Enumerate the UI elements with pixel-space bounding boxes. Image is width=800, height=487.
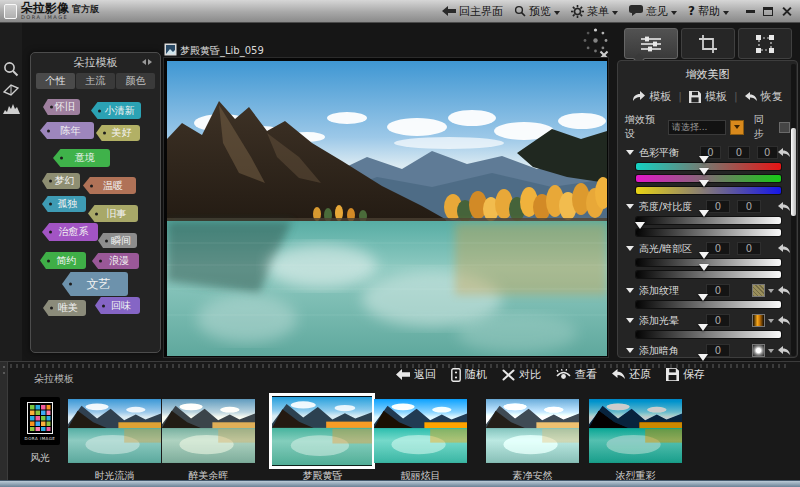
style-tag[interactable]: 简约 xyxy=(40,252,86,269)
photo xyxy=(167,61,607,356)
style-tag[interactable]: 孤独 xyxy=(42,196,86,212)
style-tag[interactable]: 回味 xyxy=(95,297,140,314)
tab-personality[interactable]: 个性 xyxy=(36,73,75,89)
window-bottom-edge xyxy=(0,480,800,487)
slider-shadows[interactable] xyxy=(636,271,781,278)
value-box[interactable]: 0 xyxy=(737,242,761,255)
chevron-down-icon[interactable] xyxy=(626,288,634,297)
style-tag[interactable]: 旧事 xyxy=(88,205,138,222)
slider-texture[interactable] xyxy=(636,301,781,308)
reset-icon[interactable] xyxy=(778,316,790,326)
effects-scrollbar[interactable] xyxy=(791,64,796,356)
tab-frame[interactable] xyxy=(738,28,792,59)
tab-adjust[interactable] xyxy=(624,28,678,59)
style-tag[interactable]: 文艺 xyxy=(62,272,128,296)
chevron-down-icon[interactable] xyxy=(626,150,634,159)
thumbnail[interactable] xyxy=(589,399,682,463)
image-icon xyxy=(164,43,177,56)
style-tag[interactable]: 小清新 xyxy=(91,102,141,119)
scrollbar-thumb[interactable] xyxy=(791,128,796,216)
chevron-down-icon[interactable] xyxy=(626,348,634,357)
thumbnail[interactable] xyxy=(162,399,255,463)
style-tag[interactable]: 意境 xyxy=(53,149,110,167)
chevron-down-icon xyxy=(612,11,618,18)
compare-button[interactable]: 对比 xyxy=(502,367,541,382)
thumbnail[interactable] xyxy=(374,399,467,463)
style-tag[interactable]: 唯美 xyxy=(43,300,86,316)
reset-icon[interactable] xyxy=(778,346,790,356)
vignette-swatch[interactable] xyxy=(752,344,765,357)
preset-select[interactable]: 请选择... xyxy=(668,120,726,135)
app-logo-icon xyxy=(4,4,17,19)
value-box[interactable]: 0 xyxy=(706,200,730,213)
thumbnail[interactable] xyxy=(486,399,579,463)
flare-swatch[interactable] xyxy=(752,314,765,327)
menu-button[interactable]: 菜单 xyxy=(571,3,618,19)
template-book-icon[interactable] xyxy=(3,83,19,96)
style-tag[interactable]: 浪漫 xyxy=(92,253,139,269)
style-tag[interactable]: 瞬间 xyxy=(98,233,137,248)
value-box[interactable]: 0 xyxy=(728,146,749,159)
slider-yellow-blue[interactable] xyxy=(636,187,781,194)
style-tag[interactable]: 温暖 xyxy=(83,177,136,194)
style-tag[interactable]: 梦幻 xyxy=(42,173,80,189)
chevron-down-icon[interactable] xyxy=(626,318,634,327)
collapse-handle[interactable] xyxy=(0,362,8,481)
restore-button[interactable]: 恢复 xyxy=(745,89,783,104)
tab-color[interactable]: 颜色 xyxy=(116,73,155,89)
app-edition: 官方版 xyxy=(72,5,99,14)
minimize-button[interactable] xyxy=(746,10,755,13)
chevron-down-icon[interactable] xyxy=(768,319,774,326)
apply-arrow-icon xyxy=(632,91,645,102)
sync-checkbox[interactable] xyxy=(779,122,790,133)
tab-crop[interactable] xyxy=(681,28,735,59)
chevron-down-icon[interactable] xyxy=(626,246,634,255)
dora-logo-text: DORA IMAGE xyxy=(25,436,56,441)
slider-brightness[interactable] xyxy=(636,217,781,224)
style-tag[interactable]: 怀旧 xyxy=(43,99,80,115)
maximize-button[interactable] xyxy=(763,7,773,16)
tab-mainstream[interactable]: 主流 xyxy=(76,73,115,89)
preset-dropdown-button[interactable] xyxy=(730,120,744,135)
home-button[interactable]: 回主界面 xyxy=(442,3,503,19)
style-tag[interactable]: 陈年 xyxy=(40,122,94,139)
value-box[interactable]: 0 xyxy=(706,284,730,297)
photo-canvas[interactable] xyxy=(163,57,609,358)
reset-icon[interactable] xyxy=(778,202,790,212)
help-button[interactable]: ? 帮助 xyxy=(688,3,729,19)
value-box[interactable]: 0 xyxy=(706,344,730,357)
search-icon[interactable] xyxy=(3,61,19,77)
feedback-button[interactable]: 意见 xyxy=(629,3,677,19)
thumbnail[interactable] xyxy=(68,399,161,463)
view-button[interactable]: 查看 xyxy=(556,367,597,382)
chevron-down-icon[interactable] xyxy=(626,204,634,213)
value-box[interactable]: 0 xyxy=(737,200,761,213)
chevron-down-icon[interactable] xyxy=(768,349,774,356)
load-template-button[interactable]: 模板 xyxy=(632,89,671,104)
slider-flare[interactable] xyxy=(636,331,781,338)
style-tag[interactable]: 治愈系 xyxy=(42,223,98,241)
slider-contrast[interactable] xyxy=(636,229,781,236)
reset-icon[interactable] xyxy=(778,244,790,254)
histogram-icon[interactable] xyxy=(3,103,20,114)
reset-icon[interactable] xyxy=(778,148,790,158)
close-button[interactable] xyxy=(781,6,792,17)
dora-logo[interactable]: DORA IMAGE xyxy=(20,397,60,445)
collapse-arrows-icon[interactable] xyxy=(139,59,155,65)
save-button[interactable]: 保存 xyxy=(666,367,705,382)
chevron-down-icon[interactable] xyxy=(768,289,774,296)
filmstrip-panel: 朵拉模板 返回 随机 对比 查看 还原 保存 xyxy=(0,361,800,480)
reset-icon[interactable] xyxy=(778,286,790,296)
crop-icon xyxy=(699,35,717,53)
texture-swatch[interactable] xyxy=(752,284,765,297)
save-template-button[interactable]: 模板 xyxy=(689,89,727,104)
back-button[interactable]: 返回 xyxy=(396,367,436,382)
thumbnail-selected[interactable] xyxy=(269,393,375,469)
random-button[interactable]: 随机 xyxy=(451,367,487,382)
preview-button[interactable]: 预览 xyxy=(514,3,560,19)
value-box[interactable]: 0 xyxy=(706,242,730,255)
value-box[interactable]: 0 xyxy=(706,314,730,327)
reset-button[interactable]: 还原 xyxy=(612,367,651,382)
value-box[interactable]: 0 xyxy=(757,146,778,159)
style-tag[interactable]: 美好 xyxy=(96,125,140,141)
